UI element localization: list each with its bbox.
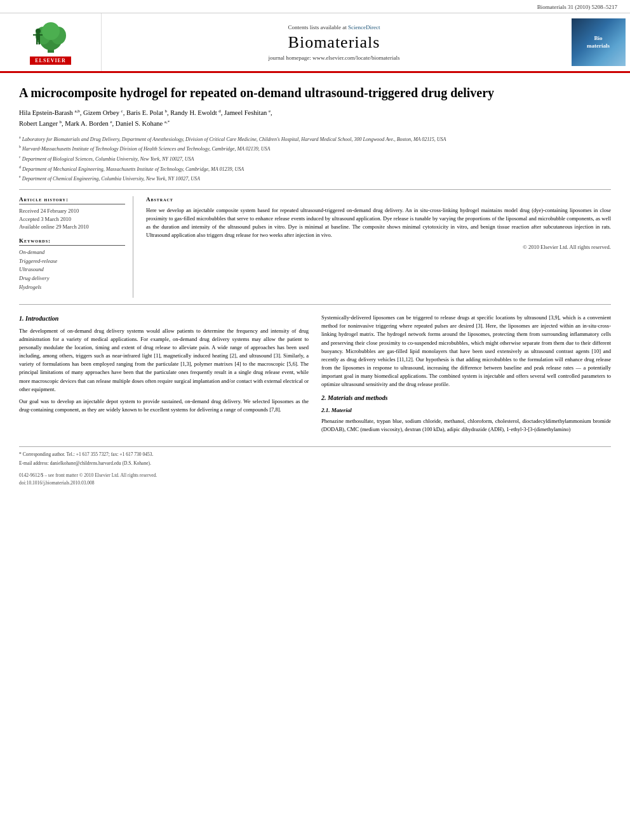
- affiliation-b: b Harvard-Massachusetts Institute of Tec…: [19, 144, 611, 153]
- divider-2: [19, 304, 611, 305]
- divider-1: [19, 189, 611, 190]
- svg-rect-10: [38, 40, 40, 44]
- affiliation-e: e Department of Chemical Engineering, Co…: [19, 174, 611, 183]
- svg-rect-9: [36, 40, 38, 44]
- elsevier-label: ELSEVIER: [30, 57, 70, 65]
- materials-subheading: 2.1. Material: [321, 406, 611, 415]
- affiliation-a: a Laboratory for Biomaterials and Drug D…: [19, 135, 611, 143]
- abstract-paragraph: Here we develop an injectable composite …: [146, 206, 611, 240]
- journal-name: Biomaterials: [288, 33, 380, 52]
- journal-homepage: journal homepage: www.elsevier.com/locat…: [269, 55, 400, 61]
- journal-citation: Biomaterials 31 (2010) 5208–5217: [537, 4, 617, 10]
- footnote-area: * Corresponding author. Tel.: +1 617 355…: [19, 446, 611, 467]
- journal-top-bar: Biomaterials 31 (2010) 5208–5217: [0, 0, 630, 13]
- authors-text: Hila Epstein-Barash a,b, Gizem Orbey c, …: [19, 109, 272, 127]
- affiliations: a Laboratory for Biomaterials and Drug D…: [19, 135, 611, 183]
- intro-col2-para-1: Systemically-delivered liposomes can be …: [321, 314, 611, 389]
- bottom-ids: 0142-9612/$ – see front matter © 2010 El…: [19, 472, 611, 487]
- article-body: Article history: Received 24 February 20…: [19, 196, 611, 298]
- affiliation-d: d Department of Mechanical Engineering, …: [19, 164, 611, 173]
- sciencedirect-anchor[interactable]: ScienceDirect: [348, 24, 380, 30]
- body-col-right: Systemically-delivered liposomes can be …: [321, 314, 611, 437]
- intro-para-2: Our goal was to develop an injectable de…: [19, 397, 309, 414]
- issn-line: 0142-9612/$ – see front matter © 2010 El…: [19, 472, 611, 479]
- history-text: Received 24 February 2010 Accepted 3 Mar…: [19, 207, 125, 231]
- journal-logo-box: Biomaterials: [572, 18, 626, 66]
- materials-heading: 2. Materials and methods: [321, 393, 611, 403]
- svg-rect-7: [33, 34, 37, 36]
- accepted-text: Accepted 3 March 2010: [19, 216, 71, 222]
- intro-para-1: The development of on-demand drug delive…: [19, 327, 309, 394]
- article-info: Article history: Received 24 February 20…: [19, 196, 133, 298]
- history-label: Article history:: [19, 196, 125, 204]
- keywords-label: Keywords:: [19, 237, 125, 246]
- elsevier-logo: ELSEVIER: [25, 20, 76, 65]
- svg-rect-8: [39, 34, 43, 36]
- abstract-label: Abstract: [146, 196, 611, 203]
- page: Biomaterials 31 (2010) 5208–5217: [0, 0, 630, 840]
- article-title: A microcomposite hydrogel for repeated o…: [19, 84, 611, 101]
- elsevier-logo-area: ELSEVIER: [0, 13, 102, 71]
- abstract-text: Here we develop an injectable composite …: [146, 206, 611, 240]
- affiliation-c: c Department of Biological Sciences, Col…: [19, 154, 611, 163]
- sciencedirect-link: Contents lists available at ScienceDirec…: [288, 24, 380, 30]
- keywords-section: Keywords: On-demand Triggered-release Ul…: [19, 237, 125, 291]
- elsevier-tree-icon: [25, 20, 76, 55]
- svg-point-5: [36, 29, 41, 34]
- available-text: Available online 29 March 2010: [19, 223, 89, 230]
- keywords-list: On-demand Triggered-release Ultrasound D…: [19, 248, 125, 291]
- footnote-email: E-mail address: danielkohane@childrens.h…: [19, 460, 611, 467]
- received-text: Received 24 February 2010: [19, 208, 79, 214]
- body-columns: 1. Introduction The development of on-de…: [19, 314, 611, 437]
- abstract-column: Abstract Here we develop an injectable c…: [146, 196, 611, 298]
- journal-header-center: Contents lists available at ScienceDirec…: [102, 13, 566, 71]
- journal-logo-text: Biomaterials: [587, 35, 610, 50]
- doi-line: doi:10.1016/j.biomaterials.2010.03.008: [19, 479, 611, 487]
- journal-logo-right: Biomaterials: [566, 13, 630, 71]
- main-content: A microcomposite hydrogel for repeated o…: [0, 73, 630, 500]
- copyright: © 2010 Elsevier Ltd. All rights reserved…: [146, 244, 611, 250]
- materials-para-1: Phenazine methosulfate, trypan blue, sod…: [321, 417, 611, 434]
- journal-header: ELSEVIER Contents lists available at Sci…: [0, 13, 630, 73]
- svg-point-4: [42, 22, 60, 40]
- body-col-left: 1. Introduction The development of on-de…: [19, 314, 309, 437]
- introduction-heading: 1. Introduction: [19, 314, 309, 324]
- footnote-corresponding: * Corresponding author. Tel.: +1 617 355…: [19, 451, 611, 458]
- article-history: Article history: Received 24 February 20…: [19, 196, 125, 231]
- authors: Hila Epstein-Barash a,b, Gizem Orbey c, …: [19, 107, 611, 130]
